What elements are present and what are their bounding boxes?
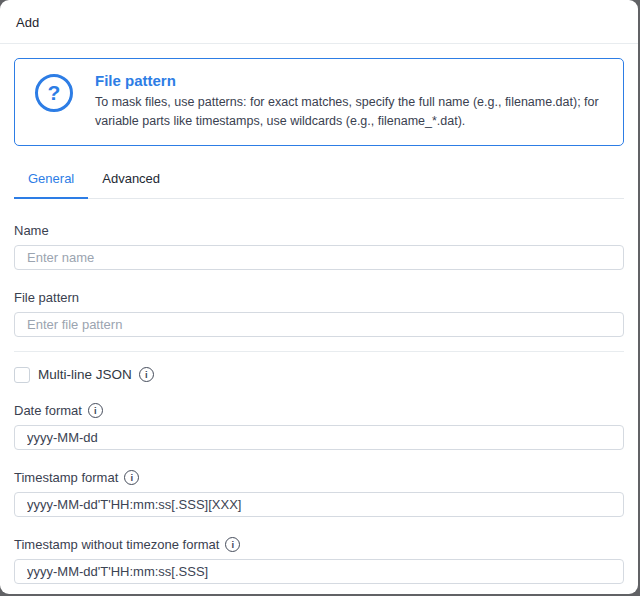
name-label: Name bbox=[14, 223, 624, 238]
question-circle-icon: ? bbox=[35, 74, 73, 112]
date-format-label: Date format i bbox=[14, 403, 624, 418]
file-pattern-field-group: File pattern bbox=[14, 290, 624, 337]
info-icon[interactable]: i bbox=[88, 403, 103, 418]
name-input[interactable] bbox=[14, 245, 624, 270]
file-pattern-label: File pattern bbox=[14, 290, 624, 305]
tab-advanced[interactable]: Advanced bbox=[88, 165, 174, 198]
file-pattern-info-box: ? File pattern To mask files, use patter… bbox=[14, 58, 624, 146]
info-box-description: To mask files, use patterns: for exact m… bbox=[95, 93, 607, 132]
timestamp-no-tz-input[interactable] bbox=[14, 559, 624, 584]
info-box-title: File pattern bbox=[95, 72, 607, 89]
info-icon[interactable]: i bbox=[225, 537, 240, 552]
file-pattern-input[interactable] bbox=[14, 312, 624, 337]
info-box-texts: File pattern To mask files, use patterns… bbox=[95, 72, 607, 132]
name-field-group: Name bbox=[14, 223, 624, 270]
add-dialog: Add ? File pattern To mask files, use pa… bbox=[0, 0, 638, 594]
timestamp-format-field-group: Timestamp format i bbox=[14, 470, 624, 517]
timestamp-format-label: Timestamp format i bbox=[14, 470, 624, 485]
multiline-json-checkbox[interactable] bbox=[14, 367, 30, 383]
date-format-field-group: Date format i bbox=[14, 403, 624, 450]
info-icon[interactable]: i bbox=[139, 367, 154, 382]
timestamp-format-label-text: Timestamp format bbox=[14, 470, 118, 485]
multiline-json-row: Multi-line JSON i bbox=[14, 367, 624, 383]
timestamp-no-tz-label: Timestamp without timezone format i bbox=[14, 537, 624, 552]
timestamp-no-tz-field-group: Timestamp without timezone format i bbox=[14, 537, 624, 584]
info-icon[interactable]: i bbox=[124, 470, 139, 485]
date-format-input[interactable] bbox=[14, 425, 624, 450]
dialog-header: Add bbox=[0, 0, 638, 44]
date-format-label-text: Date format bbox=[14, 403, 82, 418]
dialog-content: ? File pattern To mask files, use patter… bbox=[0, 44, 638, 594]
tab-bar: General Advanced bbox=[14, 165, 624, 199]
section-divider bbox=[14, 351, 624, 352]
multiline-json-label-text: Multi-line JSON bbox=[38, 367, 132, 382]
dialog-title: Add bbox=[16, 15, 622, 30]
tab-general[interactable]: General bbox=[14, 165, 88, 198]
timestamp-no-tz-label-text: Timestamp without timezone format bbox=[14, 537, 219, 552]
timestamp-format-input[interactable] bbox=[14, 492, 624, 517]
general-tab-panel: Name File pattern Multi-line JSON i Date… bbox=[14, 199, 624, 584]
multiline-json-label: Multi-line JSON i bbox=[38, 367, 154, 382]
